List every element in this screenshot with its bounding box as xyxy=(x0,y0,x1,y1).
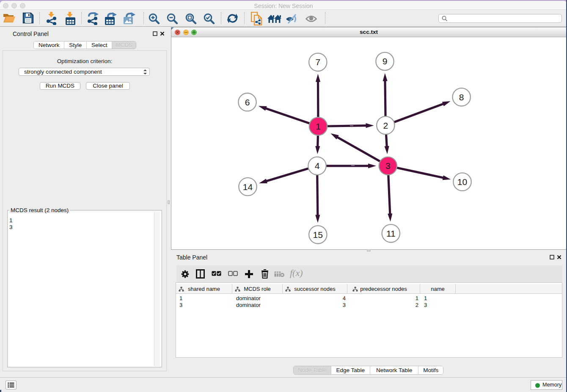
svg-text:11: 11 xyxy=(386,229,396,238)
svg-text:15: 15 xyxy=(313,230,323,240)
svg-text:8: 8 xyxy=(459,92,464,102)
svg-text:7: 7 xyxy=(315,57,320,67)
svg-text:4: 4 xyxy=(315,161,320,171)
svg-text:1: 1 xyxy=(316,121,321,131)
svg-text:14: 14 xyxy=(243,182,253,192)
svg-text:10: 10 xyxy=(457,177,467,187)
svg-text:3: 3 xyxy=(385,161,391,171)
svg-text:2: 2 xyxy=(383,121,388,130)
svg-text:9: 9 xyxy=(383,56,388,66)
svg-text:6: 6 xyxy=(245,97,250,107)
